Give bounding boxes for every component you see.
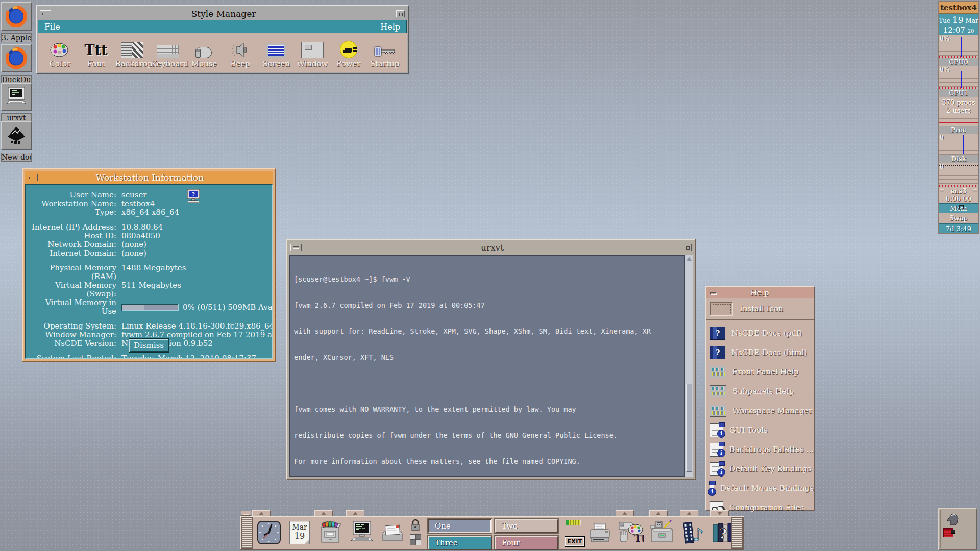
cpu0-activity-spike: [961, 37, 962, 57]
hand-cursor-icon[interactable]: [945, 512, 960, 526]
inkscape-icon[interactable]: [1, 121, 32, 150]
menu-file[interactable]: File: [44, 22, 60, 32]
terminal-line: For more information about these matters…: [294, 457, 680, 466]
info-value: 080a4050: [121, 232, 272, 240]
desktop-icon-firefox-apple[interactable]: 3. Apple: [1, 2, 32, 42]
style-manager-item-label: Window: [296, 59, 329, 68]
panel-handle-right[interactable]: [731, 517, 743, 549]
panel-calendar-button[interactable]: Mar 19: [285, 517, 314, 548]
panel-handle-left[interactable]: [241, 517, 253, 549]
terminal-screen[interactable]: [scuser@testbox4 ~]$ fvwm -V fvwm 2.6.7 …: [289, 255, 685, 477]
help-item-nscde-docs-pdf[interactable]: ? NsCDE Docs (pdf): [706, 324, 814, 342]
mini-panel-icon: [710, 366, 726, 378]
svg-text:?: ?: [719, 525, 727, 542]
desktop-icon-firefox-duckduckgo[interactable]: DuckDu: [1, 44, 32, 84]
help-item-label: GUI Tools: [729, 425, 768, 435]
workspace-panes-icon[interactable]: [410, 534, 421, 545]
memory-usage-text: 0% (0/511) 509MB Available: [183, 303, 272, 312]
info-value: 10.8.80.64: [121, 223, 272, 232]
window-menu-button[interactable]: [290, 244, 302, 251]
style-manager-item-label: Startup: [368, 59, 402, 68]
scrollbar-thumb[interactable]: [686, 384, 692, 472]
panel-multimedia-button[interactable]: ♪: [678, 517, 707, 548]
style-manager-item-beep[interactable]: Beep: [224, 38, 257, 68]
style-manager-item-font[interactable]: Ttt Font: [79, 38, 113, 68]
style-manager-item-window[interactable]: Window: [296, 38, 329, 68]
help-item-default-mouse-bindings[interactable]: Default Mouse Bindings: [706, 480, 814, 497]
help-item-workspace-manager[interactable]: Workspace Manager: [706, 402, 814, 419]
help-item-label: Install Icon: [740, 304, 783, 313]
help-item-subpanels-help[interactable]: Subpanels Help: [706, 383, 814, 400]
info-row: Internet (IP) Address:10.8.80.64: [26, 223, 272, 232]
workspace-button-four[interactable]: Four: [495, 536, 558, 550]
style-manager-item-startup[interactable]: Startup: [368, 38, 402, 68]
panel-printer-button[interactable]: [585, 517, 615, 548]
style-manager-item-keyboard[interactable]: Keyboard: [151, 38, 185, 68]
workstation-info-body: ? User Name:scuser Workstation Name:test…: [24, 184, 273, 359]
info-label: Internet (IP) Address:: [29, 223, 116, 232]
window-menu-button[interactable]: [27, 174, 38, 181]
key-icon: [368, 38, 402, 58]
disk-label: Disk: [939, 155, 978, 163]
desktop-icon-urxvt[interactable]: urxvt: [1, 83, 32, 122]
minimized-window-icon[interactable]: [943, 528, 953, 537]
help-subpanel-titlebar[interactable]: Help: [706, 287, 814, 298]
monitor-procs: 370 procs: [939, 98, 978, 107]
net-collapse-button[interactable]: [940, 189, 944, 192]
help-item-gui-tools[interactable]: GUI Tools: [706, 421, 814, 439]
mini-panel-icon: [710, 405, 726, 417]
style-manager-titlebar[interactable]: Style Manager: [38, 7, 407, 20]
terminal-line: [scuser@testbox4 ~]$ fvwm -V: [294, 275, 680, 284]
help-item-backdrops-palettes[interactable]: Backdrops Palettes ...: [706, 441, 814, 458]
menu-help[interactable]: Help: [380, 22, 400, 32]
style-manager-item-color[interactable]: Color: [43, 38, 77, 68]
style-manager-body: Color Ttt Font Backdrop Keyboard Mous: [38, 33, 407, 72]
desktop-icon-inkscape[interactable]: New doc: [1, 121, 32, 162]
window-title: Help: [721, 288, 798, 297]
help-item-label: Workspace Manager: [732, 406, 813, 415]
workspace-button-three[interactable]: Three: [428, 536, 492, 550]
maximize-button[interactable]: [683, 244, 692, 251]
window-menu-button[interactable]: [40, 10, 51, 17]
panel-applications-button[interactable]: [647, 517, 677, 548]
screen-icon: [259, 38, 293, 58]
disk-activity-base: [939, 185, 978, 187]
style-manager-item-screen[interactable]: Screen: [259, 38, 293, 68]
net-options-button[interactable]: [973, 189, 977, 192]
style-manager-item-mouse[interactable]: Mouse: [187, 38, 221, 68]
panel-clock-button[interactable]: [254, 517, 284, 548]
proc-value: 0: [940, 134, 944, 141]
dismiss-button[interactable]: Dismiss: [129, 339, 169, 352]
help-item-default-key-bindings[interactable]: Default Key Bindings: [706, 460, 814, 478]
firefox-icon[interactable]: [1, 44, 32, 72]
info-row: System Last Booted:Tuesday, March 12, 20…: [26, 354, 272, 359]
terminal-icon[interactable]: [1, 83, 32, 111]
workspace-button-one[interactable]: One: [428, 519, 492, 533]
panel-menu-button[interactable]: [241, 511, 251, 516]
lock-icon[interactable]: [410, 519, 421, 532]
panel-mail-button[interactable]: [378, 517, 407, 548]
maximize-button[interactable]: [396, 10, 405, 17]
panel-style-manager-button[interactable]: Tt: [616, 517, 645, 548]
help-item-label: Backdrops Palettes ...: [729, 445, 814, 454]
help-item-front-panel-help[interactable]: Front Panel Help: [706, 363, 814, 381]
info-row: Workstation Name:testbox4: [26, 199, 272, 208]
help-item-nscde-docs-html[interactable]: ? NsCDE Docs (html): [706, 344, 814, 361]
info-row: Operating System:Linux Release 4.18.16-3…: [26, 322, 272, 331]
workstation-info-titlebar[interactable]: Workstation Information: [24, 171, 273, 184]
window-menu-button[interactable]: [708, 290, 719, 295]
info-value: (none): [121, 249, 272, 258]
style-manager-item-power[interactable]: Power: [332, 38, 365, 68]
urxvt-titlebar[interactable]: urxvt: [288, 241, 694, 254]
firefox-icon[interactable]: [1, 2, 32, 31]
monitor-time: 12:07: [943, 26, 965, 35]
panel-terminal-button[interactable]: [347, 517, 377, 548]
exit-button[interactable]: EXIT: [565, 536, 585, 547]
terminal-scrollbar[interactable]: [685, 255, 693, 477]
style-manager-item-backdrop[interactable]: Backdrop: [115, 38, 149, 68]
scrollbar-up-arrow-icon[interactable]: [687, 257, 692, 261]
help-item-install-icon[interactable]: Install Icon: [706, 298, 814, 319]
workspace-button-two[interactable]: Two: [495, 519, 558, 533]
panel-file-manager-button[interactable]: [315, 517, 345, 548]
style-manager-item-label: Beep: [224, 59, 257, 68]
